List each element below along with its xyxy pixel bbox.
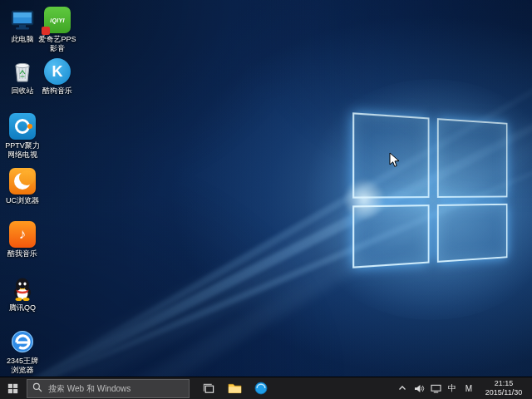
volume-icon [414, 384, 425, 393]
desktop-icon-label: 2345王牌浏览器 [3, 357, 42, 374]
desktop-icon-label: UC浏览器 [3, 196, 42, 205]
search-icon [32, 381, 42, 396]
input-method-indicator[interactable]: 中 [446, 382, 459, 394]
uc-browser-icon [9, 168, 36, 195]
network-button[interactable] [429, 377, 442, 399]
mouse-cursor [389, 152, 400, 171]
search-input[interactable] [47, 383, 184, 394]
clock-time: 21:15 [482, 379, 525, 388]
start-button[interactable] [0, 377, 25, 399]
desktop-icon-uc-browser[interactable]: UC浏览器 [3, 168, 42, 205]
desktop-icon-kugou-music[interactable]: K 酷狗音乐 [38, 58, 76, 96]
desktop-icon-label: 回收站 [3, 86, 42, 96]
2345-browser-icon [9, 328, 36, 355]
chevron-up-icon [398, 385, 406, 392]
desktop-icon-label: 酷我音乐 [3, 249, 42, 259]
desktop-icon-label: 爱奇艺PPS 影音 [38, 35, 76, 52]
tray-overflow-button[interactable] [396, 377, 409, 399]
desktop-icon-kuwo-music[interactable]: ♪ 酷我音乐 [3, 221, 42, 259]
iqiyi-badge [42, 27, 50, 35]
clock-date: 2015/11/30 [482, 388, 525, 397]
desktop-icon-label: 此电脑 [3, 35, 42, 44]
taskbar: 中 M 21:15 2015/11/30 [0, 377, 532, 399]
system-tray: 中 M 21:15 2015/11/30 [396, 377, 532, 399]
windows-start-icon [7, 383, 18, 394]
taskbar-search[interactable] [27, 379, 190, 398]
desktop-icon-this-pc[interactable]: 此电脑 [3, 7, 42, 44]
browser-icon [254, 382, 268, 395]
file-explorer-button[interactable] [223, 377, 246, 399]
desktop-icon-label: 腾讯QQ [3, 303, 42, 313]
file-explorer-icon [228, 382, 242, 394]
recycle-bin-icon [9, 58, 36, 85]
desktop-icon-recycle-bin[interactable]: 回收站 [3, 58, 42, 96]
desktop-icon-label: PPTV聚力 网络电视 [3, 141, 42, 159]
desktop-icon-iqiyi-pps[interactable]: iQIYI 爱奇艺PPS 影音 [38, 7, 76, 52]
ime-mode-indicator[interactable]: M [462, 384, 475, 393]
desktop-icon-tencent-qq[interactable]: 腾讯QQ [3, 275, 42, 313]
kuwo-music-icon: ♪ [9, 221, 36, 248]
wallpaper-vignette [0, 0, 532, 377]
kugou-music-icon: K [44, 58, 71, 85]
volume-button[interactable] [412, 377, 426, 399]
task-view-icon [202, 382, 214, 395]
taskbar-clock[interactable]: 21:15 2015/11/30 [479, 379, 529, 398]
desktop-wallpaper [0, 0, 532, 377]
desktop-icon-label: 酷狗音乐 [38, 86, 76, 96]
desktop-icon-2345-browser[interactable]: 2345王牌浏览器 [3, 328, 42, 374]
task-view-button[interactable] [196, 377, 219, 399]
browser-button[interactable] [249, 377, 273, 399]
iqiyi-pps-icon: iQIYI [44, 7, 71, 33]
desktop-icon-pptv[interactable]: PPTV聚力 网络电视 [3, 113, 42, 159]
tencent-qq-icon [9, 275, 36, 302]
this-pc-icon [9, 7, 36, 33]
pptv-icon [9, 113, 36, 140]
windows-desktop: 此电脑 iQIYI 爱奇艺PPS 影音 回收站 K 酷狗音乐 PPTV聚力 网络… [0, 0, 532, 399]
network-icon [431, 384, 441, 393]
